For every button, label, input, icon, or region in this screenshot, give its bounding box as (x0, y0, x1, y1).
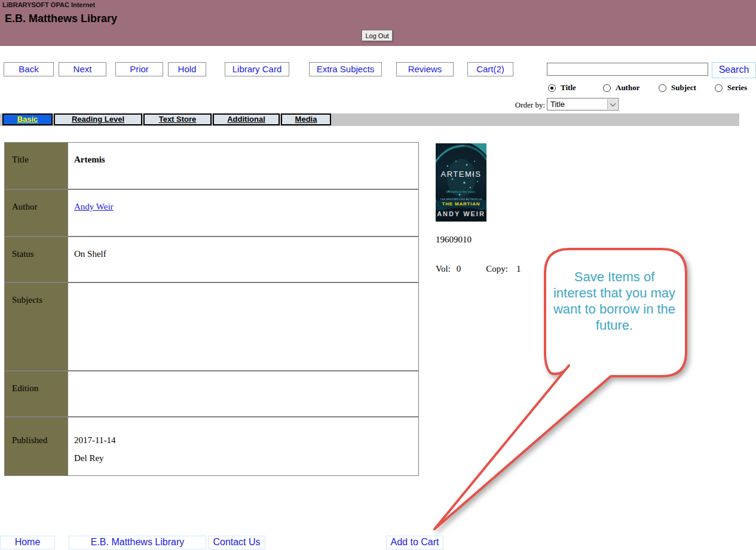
field-value-edition (68, 371, 418, 416)
field-label-published: Published (5, 417, 68, 475)
publisher-name: Del Rey (74, 453, 418, 463)
contact-us-link[interactable]: Contact Us (208, 536, 265, 549)
search-button[interactable]: Search (712, 62, 756, 78)
tab-additional[interactable]: Additional (213, 113, 280, 125)
reviews-button[interactable]: Reviews (396, 62, 454, 76)
table-row-status: Status On Shelf (5, 237, 418, 283)
tab-media[interactable]: Media (281, 113, 331, 125)
library-home-link[interactable]: E.B. Matthews Library (69, 536, 206, 549)
table-row-edition: Edition (5, 371, 418, 417)
radio-author-circle[interactable] (603, 84, 611, 92)
chevron-down-icon[interactable] (607, 99, 617, 109)
prior-button[interactable]: Prior (115, 62, 163, 76)
library-name: E.B. Matthews Library (5, 13, 117, 25)
radio-title-label: Title (561, 83, 576, 93)
radio-series-circle[interactable] (715, 84, 723, 92)
cart-button[interactable]: Cart(2) (467, 62, 513, 76)
radio-title-circle[interactable] (548, 84, 556, 92)
cover-tagline-text: Welcome to the moon. (436, 190, 486, 193)
hold-button[interactable]: Hold (168, 62, 206, 76)
opac-page: LiBRARYSOFT OPAC Internet E.B. Matthews … (0, 0, 756, 550)
author-link[interactable]: Andy Weir (74, 202, 114, 211)
field-label-edition: Edition (5, 371, 68, 416)
radio-subject-circle[interactable] (659, 84, 666, 92)
field-label-subjects: Subjects (5, 283, 68, 370)
add-to-cart-link[interactable]: Add to Cart (386, 536, 443, 549)
field-label-status: Status (5, 237, 68, 282)
field-value-author: Andy Weir (68, 190, 418, 236)
logout-button[interactable]: Log Out (362, 30, 393, 41)
record-table: Title Artemis Author Andy Weir Status On… (4, 142, 419, 476)
tab-text-store[interactable]: Text Store (143, 113, 212, 125)
next-button[interactable]: Next (59, 62, 106, 76)
radio-author-label: Author (616, 83, 639, 93)
order-by-label: Order by: (503, 100, 545, 110)
table-row-author: Author Andy Weir (5, 190, 418, 237)
callout-message: Save Items of interest that you may want… (551, 269, 678, 333)
field-label-title: Title (5, 143, 68, 189)
radio-author[interactable]: Author (603, 83, 639, 93)
tab-reading-level[interactable]: Reading Level (54, 113, 142, 125)
field-label-author: Author (5, 190, 68, 236)
home-link[interactable]: Home (0, 536, 55, 549)
cover-title-text: ARTEMIS (436, 170, 486, 179)
search-input[interactable] (547, 63, 708, 76)
app-title: LiBRARYSOFT OPAC Internet (2, 1, 95, 8)
header-bar: LiBRARYSOFT OPAC Internet E.B. Matthews … (0, 0, 756, 46)
tab-basic[interactable]: Basic (2, 113, 53, 125)
cover-byline-text: THE BESTSELLING AUTHOR OF (436, 198, 486, 201)
field-value-status: On Shelf (68, 237, 418, 282)
extra-subjects-button[interactable]: Extra Subjects (309, 62, 382, 76)
radio-subject-label: Subject (671, 83, 696, 93)
radio-subject[interactable]: Subject (659, 83, 696, 93)
table-row-published: Published 2017-11-14 Del Rey (5, 417, 418, 475)
table-row-subjects: Subjects (5, 283, 418, 371)
radio-title[interactable]: Title (548, 83, 576, 93)
field-value-published: 2017-11-14 Del Rey (68, 417, 418, 475)
field-value-title: Artemis (68, 143, 418, 189)
radio-series[interactable]: Series (715, 83, 747, 93)
library-card-button[interactable]: Library Card (225, 62, 289, 76)
table-row-title: Title Artemis (5, 143, 418, 190)
published-date: 2017-11-14 (74, 435, 115, 445)
field-value-subjects (68, 283, 418, 370)
radio-series-label: Series (727, 83, 747, 93)
order-by-select[interactable]: Title (547, 98, 619, 110)
cover-author-text: ANDY WEIR (436, 210, 486, 217)
back-button[interactable]: Back (4, 62, 54, 76)
book-cover-image: ARTEMIS Welcome to the moon. THE BESTSEL… (436, 143, 486, 222)
cover-martian-text: THE MARTIAN (436, 201, 486, 207)
order-by-value: Title (550, 100, 565, 109)
